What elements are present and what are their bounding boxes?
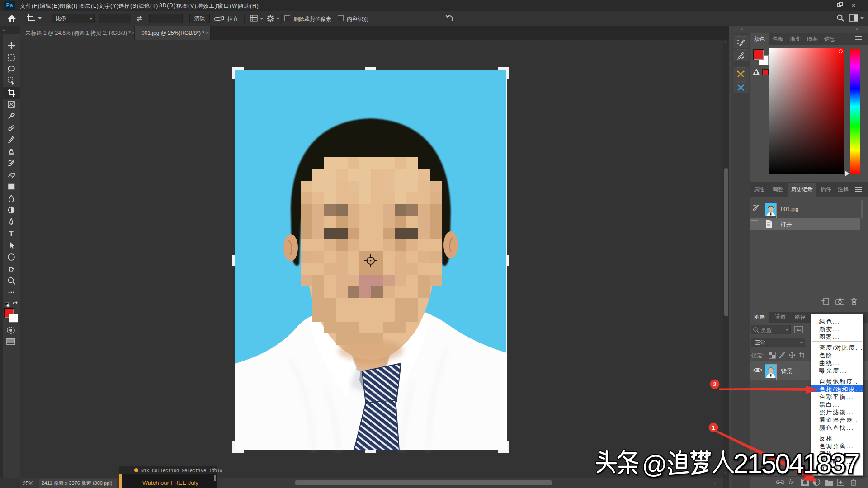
svg-text:215041837: 215041837 xyxy=(733,448,859,479)
svg-text:@: @ xyxy=(642,450,667,479)
